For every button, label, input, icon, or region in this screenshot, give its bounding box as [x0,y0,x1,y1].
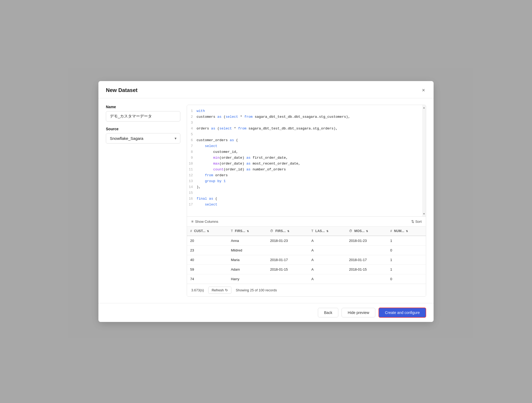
back-button[interactable]: Back [318,308,338,317]
col-header-num-orders: # NUM... ⇅ [387,226,426,236]
cell-first-order [267,246,308,255]
clock-icon-1: ⏱ [270,229,273,233]
code-line-9: 9 min(order_date) as first_order_date, [187,155,426,161]
left-panel: Name Source Snowflake_Sagara ▼ [106,105,180,297]
table-row: 74 Harry A 0 [187,274,426,284]
cell-first-order [267,274,308,284]
col-header-customer-id: # CUST... ⇅ [187,226,228,236]
scroll-up-icon: ▲ [423,106,425,109]
cell-num-orders: 0 [387,246,426,255]
cell-most-recent [346,274,387,284]
code-line-2: 2 customers as (select * from sagara_dbt… [187,114,426,120]
col-sort-icon-4: ⇅ [326,230,329,233]
hide-preview-button[interactable]: Hide preview [342,308,375,317]
code-scroll-area[interactable]: 1 with 2 customers as (select * from sag… [187,105,426,216]
col-header-most-recent: ⏱ MOS... ⇅ [346,226,387,236]
code-line-4: 4 orders as (select * from sagara_dbt_te… [187,126,426,132]
cell-last: A [308,265,346,274]
modal-overlay: New Dataset × Name Source Snowflake_Saga… [0,0,532,403]
code-line-14: 14 ), [187,184,426,190]
modal-body: Name Source Snowflake_Sagara ▼ [98,98,434,303]
create-configure-button[interactable]: Create and configure [379,308,426,318]
table-row: 20 Anna 2018-01-23 A 2018-01-23 1 [187,236,426,246]
code-line-6: 6 customer_orders as ( [187,137,426,143]
cell-customer-id: 20 [187,236,228,246]
refresh-button[interactable]: Refresh ↻ [208,287,232,294]
cell-most-recent: 2018-01-23 [346,236,387,246]
code-line-1: 1 with [187,108,426,114]
source-field-group: Source Snowflake_Sagara ▼ [106,127,180,144]
cell-first-name: Harry [228,274,267,284]
show-columns-button[interactable]: ≡ Show Columns [191,219,218,224]
columns-icon: ≡ [191,219,193,224]
records-count: Showing 25 of 100 records [236,288,277,292]
clock-icon-2: ⏱ [349,229,352,233]
close-button[interactable]: × [421,86,426,94]
scroll-down-icon: ▼ [423,212,425,215]
modal-footer: Back Hide preview Create and configure [98,303,434,322]
col-header-first-order: ⏱ FIRS... ⇅ [267,226,308,236]
text-icon-1: T [231,229,233,233]
table-header-row: # CUST... ⇅ T FIRS... ⇅ ⏱ FIRS... [187,226,426,236]
code-line-3: 3 [187,120,426,126]
col-header-last-name: T LAS... ⇅ [308,226,346,236]
cell-first-order: 2018-01-15 [267,265,308,274]
code-line-13: 13 group by 1 [187,178,426,184]
cell-first-name: Maria [228,255,267,265]
cell-last: A [308,274,346,284]
text-icon-2: T [311,229,313,233]
table-footer: 3.673(s) Refresh ↻ Showing 25 of 100 rec… [187,284,426,296]
col-sort-icon-3: ⇅ [287,230,289,233]
cell-num-orders: 1 [387,236,426,246]
cell-num-orders: 1 [387,255,426,265]
modal: New Dataset × Name Source Snowflake_Saga… [98,81,434,322]
code-line-15: 15 [187,190,426,196]
table-row: 40 Maria 2018-01-17 A 2018-01-17 1 [187,255,426,265]
cell-customer-id: 23 [187,246,228,255]
modal-header: New Dataset × [98,81,434,98]
cell-last: A [308,246,346,255]
cell-most-recent: 2018-01-15 [346,265,387,274]
cell-first-order: 2018-01-17 [267,255,308,265]
table-toolbar: ≡ Show Columns ⇅ Sort [187,217,426,226]
code-line-11: 11 count(order_id) as number_of_orders [187,167,426,173]
hash-icon-2: # [390,229,392,233]
sort-button[interactable]: ⇅ Sort [411,220,422,224]
cell-last: A [308,236,346,246]
code-line-17: 17 select [187,202,426,208]
data-table-section: ≡ Show Columns ⇅ Sort [187,217,426,296]
cell-last: A [308,255,346,265]
data-table: # CUST... ⇅ T FIRS... ⇅ ⏱ FIRS... [187,226,426,284]
cell-num-orders: 0 [387,274,426,284]
source-select[interactable]: Snowflake_Sagara [106,133,180,144]
cell-first-name: Mildred [228,246,267,255]
data-table-wrap[interactable]: # CUST... ⇅ T FIRS... ⇅ ⏱ FIRS... [187,226,426,284]
cell-customer-id: 74 [187,274,228,284]
table-row: 59 Adam 2018-01-15 A 2018-01-15 1 [187,265,426,274]
cell-num-orders: 1 [387,265,426,274]
cell-customer-id: 59 [187,265,228,274]
col-sort-icon-2: ⇅ [247,230,249,233]
name-input[interactable] [106,111,180,121]
cell-first-name: Adam [228,265,267,274]
query-time: 3.673(s) [191,288,204,292]
refresh-icon: ↻ [225,288,228,292]
table-row: 23 Mildred A 0 [187,246,426,255]
col-sort-icon-6: ⇅ [406,230,408,233]
code-editor[interactable]: 1 with 2 customers as (select * from sag… [187,105,426,217]
cell-first-name: Anna [228,236,267,246]
name-label: Name [106,105,180,109]
name-field-group: Name [106,105,180,121]
cell-customer-id: 40 [187,255,228,265]
source-label: Source [106,127,180,131]
col-sort-icon-5: ⇅ [366,230,368,233]
code-line-8: 8 customer_id, [187,149,426,155]
cell-most-recent [346,246,387,255]
table-body: 20 Anna 2018-01-23 A 2018-01-23 1 23 Mil… [187,236,426,284]
right-panel: 1 with 2 customers as (select * from sag… [187,105,426,297]
code-line-12: 12 from orders [187,173,426,178]
hash-icon: # [190,229,192,233]
sort-icon: ⇅ [411,220,414,224]
modal-title: New Dataset [106,87,138,93]
source-select-wrapper: Snowflake_Sagara ▼ [106,133,180,144]
